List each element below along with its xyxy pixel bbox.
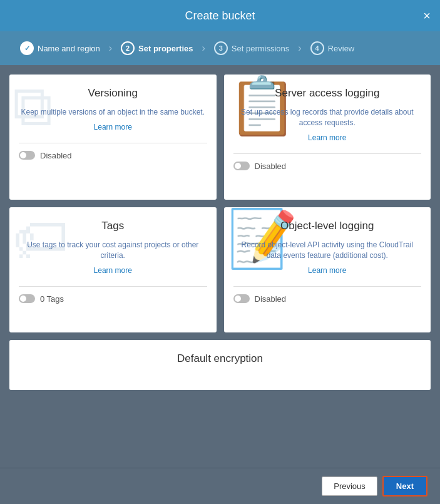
tags-divider bbox=[19, 286, 207, 287]
logging-title: Server access logging bbox=[275, 87, 379, 100]
step-set-permissions[interactable]: 3 Set permissions bbox=[207, 38, 297, 59]
step-review[interactable]: 4 Review bbox=[303, 38, 362, 59]
tags-desc: Use tags to track your cost against proj… bbox=[19, 240, 207, 261]
close-button[interactable]: × bbox=[423, 9, 431, 22]
step-1-label: Name and region bbox=[38, 44, 100, 53]
server-access-logging-card: 📋 Server access logging Set up access lo… bbox=[224, 75, 431, 200]
step-name-and-region[interactable]: ✓ Name and region bbox=[13, 38, 108, 59]
default-encryption-title: Default encryption bbox=[177, 352, 263, 365]
logging-status-label: Disabled bbox=[255, 162, 287, 171]
step-divider-2: › bbox=[202, 43, 205, 54]
tags-title: Tags bbox=[101, 220, 124, 232]
step-4-label: Review bbox=[328, 44, 355, 53]
versioning-toggle[interactable] bbox=[19, 151, 35, 160]
previous-button[interactable]: Previous bbox=[322, 476, 377, 496]
modal-body: ⧉ Versioning Keep multiple versions of a… bbox=[0, 65, 440, 468]
versioning-card: ⧉ Versioning Keep multiple versions of a… bbox=[9, 75, 217, 200]
versioning-bg-icon: ⧉ bbox=[13, 78, 53, 134]
next-button[interactable]: Next bbox=[382, 476, 427, 496]
object-logging-title: Object-level logging bbox=[280, 220, 374, 232]
logging-divider bbox=[233, 153, 422, 154]
tags-status: 0 Tags bbox=[19, 294, 64, 304]
step-1-circle: ✓ bbox=[20, 41, 34, 55]
steps-bar: ✓ Name and region › 2 Set properties › 3… bbox=[0, 31, 440, 65]
object-logging-toggle[interactable] bbox=[233, 294, 250, 303]
default-encryption-card: Default encryption bbox=[9, 340, 431, 390]
tags-learn-more[interactable]: Learn more bbox=[94, 266, 132, 275]
modal-header: Create bucket × bbox=[0, 0, 440, 31]
step-2-label: Set properties bbox=[138, 44, 193, 53]
logging-toggle[interactable] bbox=[233, 162, 250, 170]
object-level-logging-card: 📝 Object-level logging Record object-lev… bbox=[224, 207, 431, 332]
versioning-status-label: Disabled bbox=[40, 151, 72, 160]
object-logging-divider bbox=[233, 286, 422, 287]
object-logging-learn-more[interactable]: Learn more bbox=[308, 266, 346, 275]
versioning-learn-more[interactable]: Learn more bbox=[94, 123, 132, 131]
step-set-properties[interactable]: 2 Set properties bbox=[113, 38, 200, 59]
versioning-desc: Keep multiple versions of an object in t… bbox=[21, 107, 205, 118]
object-logging-status: Disabled bbox=[233, 294, 287, 304]
object-logging-status-label: Disabled bbox=[255, 294, 287, 304]
step-4-circle: 4 bbox=[310, 41, 324, 55]
tags-status-label: 0 Tags bbox=[40, 294, 64, 304]
content-area[interactable]: ⧉ Versioning Keep multiple versions of a… bbox=[0, 65, 440, 468]
step-divider-3: › bbox=[298, 43, 301, 54]
logging-status: Disabled bbox=[233, 162, 287, 171]
versioning-divider bbox=[19, 143, 207, 143]
modal-title: Create bucket bbox=[185, 9, 255, 23]
bottom-cards-row: 🏷 Tags Use tags to track your cost again… bbox=[9, 207, 431, 332]
create-bucket-modal: Create bucket × ✓ Name and region › 2 Se… bbox=[0, 0, 440, 504]
step-3-circle: 3 bbox=[214, 41, 228, 55]
modal-footer: Previous Next bbox=[0, 468, 440, 504]
tags-card: 🏷 Tags Use tags to track your cost again… bbox=[9, 207, 217, 332]
step-3-label: Set permissions bbox=[232, 44, 289, 53]
step-2-circle: 2 bbox=[121, 41, 135, 55]
logging-learn-more[interactable]: Learn more bbox=[308, 133, 346, 142]
versioning-title: Versioning bbox=[88, 87, 138, 100]
object-logging-desc: Record object-level API activity using t… bbox=[233, 240, 422, 261]
logging-desc: Set up access log records that provide d… bbox=[233, 107, 422, 128]
step-divider-1: › bbox=[109, 43, 112, 54]
versioning-status: Disabled bbox=[19, 151, 72, 160]
tags-toggle[interactable] bbox=[19, 294, 35, 303]
top-cards-row: ⧉ Versioning Keep multiple versions of a… bbox=[9, 75, 431, 200]
